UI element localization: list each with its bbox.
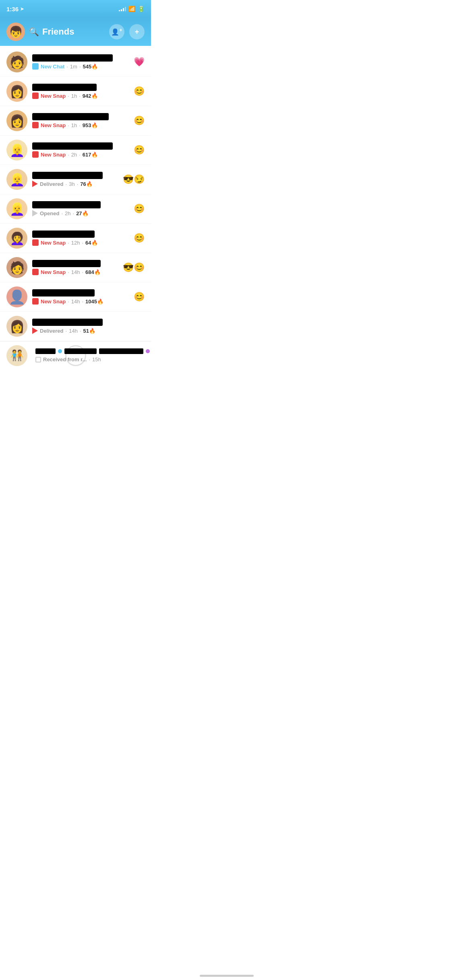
avatar: 🧑 <box>6 51 27 72</box>
header-title: Friends <box>42 27 74 37</box>
friend-info: New Snap · 14h · 684🔥 <box>32 260 120 275</box>
friend-item[interactable]: 👤 New Snap · 14h · 1045🔥 😊 <box>0 282 151 312</box>
status-time: 14h <box>69 328 78 334</box>
friend-info: New Snap · 1h · 942🔥 <box>32 84 130 99</box>
friend-status: Delivered · 14h · 51🔥 <box>32 327 141 334</box>
name-bar <box>32 231 95 238</box>
friend-emoji: 😊 <box>134 233 145 243</box>
streak-count: 51🔥 <box>83 328 95 334</box>
streak-count: 1045🔥 <box>85 299 103 305</box>
friend-emoji: 😊 <box>134 115 145 126</box>
friend-item[interactable]: 👱‍♀️ Opened · 2h · 27🔥 😊 <box>0 194 151 224</box>
new-snap-indicator <box>32 151 39 158</box>
friend-status: New Snap · 1h · 953🔥 <box>32 122 130 128</box>
streak-count: 76🔥 <box>80 181 92 187</box>
avatar: 👩‍🦱 <box>6 228 27 249</box>
purple-dot <box>146 349 150 353</box>
friend-item[interactable]: 👩 New Snap · 1h · 942🔥 😊 <box>0 77 151 106</box>
status-label: New Snap <box>41 269 66 275</box>
friend-info: Opened · 2h · 27🔥 <box>32 201 130 216</box>
name-bar <box>32 84 97 91</box>
streak-count: 942🔥 <box>83 93 98 99</box>
avatar: 🧑 <box>6 257 27 278</box>
status-time: 15h <box>92 356 101 362</box>
friend-status: New Snap · 14h · 1045🔥 <box>32 298 130 305</box>
friend-status: New Snap · 2h · 617🔥 <box>32 151 130 158</box>
friend-status: Delivered · 3h · 76🔥 <box>32 181 120 187</box>
friend-info: New Snap · 14h · 1045🔥 <box>32 289 130 305</box>
status-label: New Snap <box>41 152 66 158</box>
received-indicator <box>35 357 41 362</box>
status-bar: 1:36 ➤ 📶 🔋 <box>0 0 151 18</box>
friend-item[interactable]: 👩 Delivered · 14h · 51🔥 <box>0 312 151 341</box>
friend-info: New Snap · 1h · 953🔥 <box>32 113 130 128</box>
status-icons: 📶 🔋 <box>119 6 145 12</box>
friend-emoji: 💗 <box>134 57 145 67</box>
friends-list: 🧑 New Chat · 1m · 545🔥 💗 👩 <box>0 46 151 369</box>
avatar: 👩 <box>6 81 27 102</box>
friend-status: New Snap · 1h · 942🔥 <box>32 93 130 99</box>
friend-item[interactable]: 👱‍♀️ Delivered · 3h · 76🔥 😎😏 <box>0 165 151 194</box>
name-bar <box>32 113 109 120</box>
status-time: 14h <box>71 269 80 275</box>
friend-item[interactable]: 👱‍♀️ New Snap · 2h · 617🔥 😊 <box>0 136 151 165</box>
status-label: Delivered <box>40 181 64 187</box>
status-time: 3h <box>69 181 74 187</box>
status-time: 1h <box>71 93 77 99</box>
status-label: New Snap <box>41 122 66 128</box>
name-bar-partial-1 <box>35 348 56 354</box>
friend-emoji: 😊 <box>134 204 145 214</box>
user-avatar[interactable]: 👦 <box>6 23 25 41</box>
friend-item-partial[interactable]: 🧑‍🤝‍🧑 Received from r... · 15h <box>0 341 151 369</box>
status-label: New Snap <box>41 240 66 246</box>
name-bar <box>32 289 95 296</box>
friend-status: New Snap · 12h · 64🔥 <box>32 239 130 246</box>
streak-count: 684🔥 <box>85 269 101 275</box>
status-label: Delivered <box>40 328 64 334</box>
friend-item[interactable]: 👩‍🦱 New Snap · 12h · 64🔥 😊 <box>0 224 151 253</box>
battery-icon: 🔋 <box>138 6 145 12</box>
delivered-indicator <box>32 181 38 187</box>
friend-info: Delivered · 14h · 51🔥 <box>32 319 141 334</box>
search-icon: 🔍 <box>29 27 39 37</box>
name-bar <box>32 319 103 326</box>
opened-indicator <box>32 210 38 216</box>
streak-count: 27🔥 <box>76 210 88 216</box>
friend-info: New Snap · 2h · 617🔥 <box>32 142 130 158</box>
friend-item[interactable]: 🧑 New Snap · 14h · 684🔥 😎😊 <box>0 253 151 282</box>
avatar: 👱‍♀️ <box>6 140 27 161</box>
status-time: 12h <box>71 240 80 246</box>
friend-info: Delivered · 3h · 76🔥 <box>32 172 120 187</box>
status-label: Opened <box>40 210 59 216</box>
status-label: New Chat <box>41 64 64 70</box>
location-icon: ➤ <box>20 6 24 12</box>
friend-item[interactable]: 🧑 New Chat · 1m · 545🔥 💗 <box>0 47 151 77</box>
streak-count: 617🔥 <box>83 152 98 158</box>
friend-item[interactable]: 👩 New Snap · 1h · 953🔥 😊 <box>0 106 151 136</box>
status-time: 1m <box>70 64 77 70</box>
status-time: 1:36 ➤ <box>6 6 24 12</box>
wifi-icon: 📶 <box>128 6 135 12</box>
status-time: 1h <box>71 122 77 128</box>
new-snap-indicator <box>32 93 39 99</box>
received-label: Received from r... <box>43 356 87 362</box>
name-bar <box>32 201 101 208</box>
signal-bar-4 <box>125 7 126 11</box>
add-friend-button[interactable]: 👤+ <box>109 24 124 39</box>
time-text: 1:36 <box>6 6 19 12</box>
name-bar-wrapper <box>32 54 130 62</box>
name-bar-partial-2 <box>64 348 97 354</box>
friend-status: New Chat · 1m · 545🔥 <box>32 63 130 70</box>
friend-emoji: 😊 <box>134 86 145 97</box>
friend-status: New Snap · 14h · 684🔥 <box>32 269 120 275</box>
search-area[interactable]: 🔍 Friends <box>29 27 74 37</box>
header-right: 👤+ + <box>109 24 145 39</box>
name-bar <box>32 142 113 150</box>
name-bar <box>32 172 103 179</box>
name-bar <box>32 260 101 267</box>
avatar: 👱‍♀️ <box>6 198 27 219</box>
status-label: New Snap <box>41 299 66 305</box>
signal-bar-2 <box>121 9 122 11</box>
add-story-button[interactable]: + <box>129 24 145 39</box>
blue-dot <box>58 349 62 353</box>
